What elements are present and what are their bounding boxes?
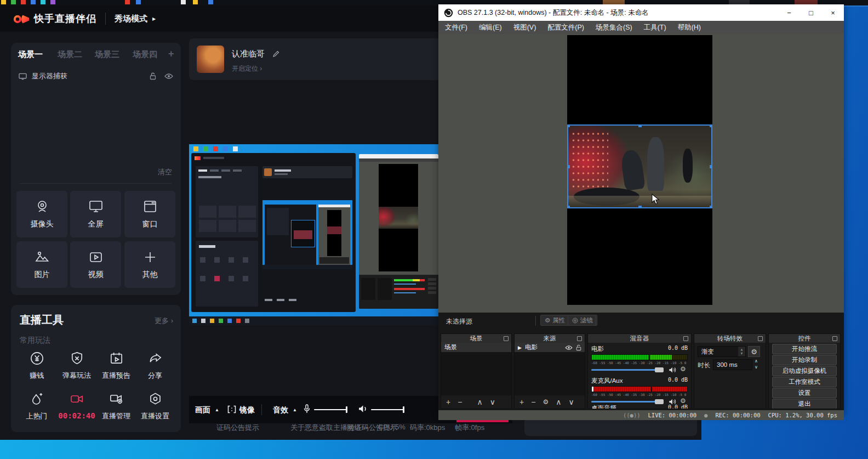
unlock-icon[interactable] — [150, 72, 156, 80]
channel-gear-button[interactable]: ⚙ — [680, 365, 686, 373]
scenes-dock-header[interactable]: 场景 — [441, 334, 511, 343]
controls-dock-header[interactable]: 控件 — [769, 334, 840, 343]
volume-slider[interactable] — [591, 401, 656, 403]
sound-menu-button[interactable]: 音效 — [273, 405, 288, 415]
minimize-button[interactable]: − — [778, 4, 800, 21]
add-camera-button[interactable]: 摄像头 — [16, 191, 67, 237]
sound-caret-icon[interactable]: ▲ — [293, 407, 297, 412]
tool-manage[interactable]: 直播管理 — [96, 392, 136, 421]
scene-down-button[interactable]: ∨ — [490, 398, 495, 406]
menu-scene-collection[interactable]: 场景集合(S) — [596, 23, 632, 32]
transition-properties-button[interactable]: ⚙ — [748, 346, 760, 357]
resize-handle[interactable] — [710, 124, 712, 127]
clear-sources-button[interactable]: 清空 — [158, 167, 172, 177]
screen-caret-icon[interactable]: ▲ — [215, 407, 219, 412]
tool-share[interactable]: 分享 — [135, 351, 175, 381]
studio-mode-button[interactable]: 工作室模式 — [772, 377, 837, 387]
duration-spinner[interactable]: ∧∨ — [755, 358, 758, 370]
scene-tab-3[interactable]: 场景三 — [95, 49, 119, 60]
tool-settings[interactable]: 直播设置 — [135, 392, 175, 421]
menu-profile[interactable]: 配置文件(P) — [547, 23, 584, 32]
status-notice-1[interactable]: 证码公告提示 — [216, 423, 259, 433]
enable-location-link[interactable]: 开启定位 › — [232, 64, 262, 73]
add-scene-button[interactable]: + — [446, 398, 450, 406]
close-button[interactable]: × — [822, 4, 844, 21]
mic-volume-slider[interactable] — [314, 409, 347, 410]
resize-handle[interactable] — [567, 165, 570, 168]
edit-pencil-icon[interactable] — [272, 50, 280, 58]
menu-help[interactable]: 帮助(H) — [678, 23, 701, 32]
add-video-button[interactable]: 视频 — [70, 241, 121, 288]
mic-volume-handle[interactable] — [346, 406, 347, 413]
lock-icon[interactable] — [576, 344, 581, 351]
source-properties-gear-button[interactable]: ⚙ — [542, 398, 549, 406]
menu-edit[interactable]: 编辑(E) — [479, 23, 502, 32]
add-image-button[interactable]: 图片 — [16, 241, 67, 288]
microphone-icon[interactable] — [302, 404, 311, 414]
resize-handle[interactable] — [710, 206, 712, 208]
add-source-button[interactable]: + — [519, 398, 524, 406]
source-properties-button[interactable]: ⚙ 属性 — [540, 315, 569, 326]
mode-caret-icon[interactable]: ▶ — [152, 16, 156, 21]
settings-button[interactable]: 设置 — [772, 388, 837, 398]
tool-notice[interactable]: 直播预告 — [96, 351, 136, 381]
maximize-button[interactable]: □ — [800, 4, 822, 21]
scene-item[interactable]: 场景 — [441, 343, 511, 352]
transitions-dock-header[interactable]: 转场特效 — [694, 334, 766, 343]
avatar[interactable] — [197, 46, 224, 73]
start-virtual-camera-button[interactable]: 启动虚拟摄像机 — [772, 366, 837, 376]
mirror-icon[interactable] — [227, 405, 237, 414]
dock-popout-icon[interactable] — [683, 336, 688, 341]
source-item[interactable]: ▶ 电影 — [515, 343, 585, 352]
resize-handle[interactable] — [567, 124, 570, 127]
select-spinner[interactable]: ∧∨ — [738, 347, 745, 356]
menu-tools[interactable]: 工具(T) — [644, 23, 666, 32]
add-window-button[interactable]: 窗口 — [124, 191, 175, 237]
channel-gear-button[interactable]: ⚙ — [680, 397, 686, 405]
output-volume-handle[interactable] — [403, 406, 404, 413]
scene-tab-1[interactable]: 场景一 — [18, 49, 43, 60]
menu-view[interactable]: 视图(V) — [513, 23, 536, 32]
speaker-icon[interactable] — [668, 366, 677, 373]
dock-popout-icon[interactable] — [577, 336, 582, 341]
tool-earn[interactable]: 赚钱 — [17, 351, 56, 381]
mode-selector[interactable]: 秀场模式 — [115, 14, 147, 24]
scene-up-button[interactable]: ∧ — [477, 398, 482, 406]
movie-source-preview[interactable] — [567, 124, 712, 208]
start-recording-button[interactable]: 开始录制 — [772, 355, 837, 365]
resize-handle[interactable] — [638, 206, 642, 208]
mixer-dock-header[interactable]: 混音器 — [588, 334, 691, 343]
source-down-button[interactable]: ∨ — [568, 398, 574, 406]
dock-popout-icon[interactable] — [758, 336, 763, 341]
remove-source-button[interactable]: − — [531, 398, 535, 406]
start-streaming-button[interactable]: 开始推流 — [772, 344, 837, 354]
volume-slider[interactable] — [591, 369, 656, 371]
speaker-icon[interactable] — [358, 404, 368, 413]
capture-source-row[interactable]: 显示器捕获 — [19, 70, 173, 82]
tool-hot[interactable]: 上热门 — [17, 392, 56, 421]
resize-handle[interactable] — [638, 124, 642, 127]
dock-popout-icon[interactable] — [504, 336, 509, 341]
resize-handle[interactable] — [710, 165, 712, 168]
sources-dock-header[interactable]: 来源 — [515, 334, 585, 343]
scene-tab-4[interactable]: 场景四 — [133, 49, 157, 60]
scene-tab-2[interactable]: 场景二 — [58, 49, 82, 60]
add-scene-button[interactable]: + — [168, 48, 174, 60]
dock-popout-icon[interactable] — [832, 336, 837, 341]
remove-scene-button[interactable]: − — [458, 398, 462, 406]
source-filters-button[interactable]: 滤镜 — [568, 315, 597, 326]
source-up-button[interactable]: ∧ — [556, 398, 561, 406]
add-other-button[interactable]: 其他 — [124, 241, 175, 288]
exit-button[interactable]: 退出 — [772, 399, 837, 409]
visibility-eye-icon[interactable] — [565, 345, 573, 350]
screen-menu-button[interactable]: 画面 — [195, 405, 210, 415]
resize-handle[interactable] — [567, 206, 570, 208]
duration-input[interactable]: 300 ms — [713, 359, 752, 370]
tool-live-timer[interactable]: 00:02:40 — [57, 392, 96, 420]
tool-danmu[interactable]: 弹幕玩法 — [57, 351, 96, 381]
menu-file[interactable]: 文件(F) — [445, 23, 467, 32]
mirror-button[interactable]: 镜像 — [239, 405, 255, 415]
add-fullscreen-button[interactable]: 全屏 — [70, 191, 121, 237]
volume-slider-handle[interactable] — [655, 399, 664, 404]
output-volume-slider[interactable] — [371, 409, 404, 410]
